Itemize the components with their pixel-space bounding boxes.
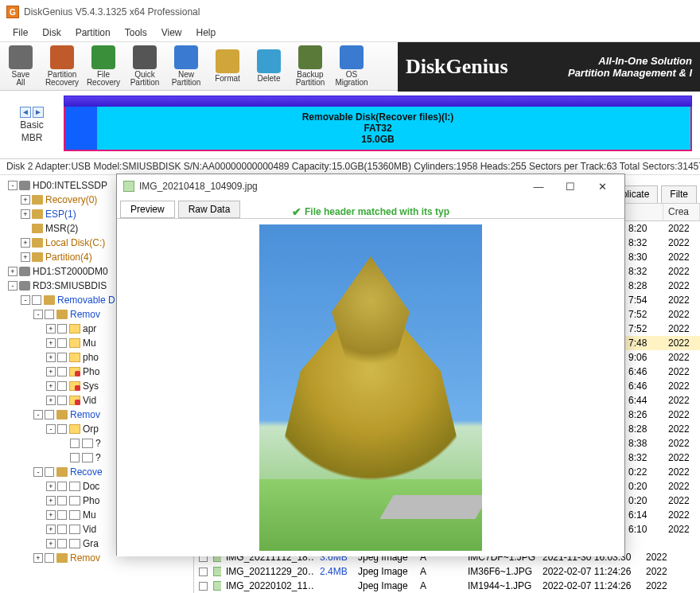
- menu-partition[interactable]: Partition: [69, 25, 117, 40]
- checkbox[interactable]: [57, 338, 67, 348]
- checkbox[interactable]: [199, 568, 208, 576]
- table-row[interactable]: IMG_20211229_20… 2.4MB Jpeg Image A IM36…: [194, 564, 700, 579]
- expand-icon[interactable]: +: [21, 195, 30, 205]
- toolbar-new-partition[interactable]: NewPartition: [165, 42, 207, 90]
- cell-time: 0:20: [624, 481, 663, 492]
- expand-icon[interactable]: -: [8, 181, 18, 190]
- expand-icon[interactable]: +: [46, 510, 56, 520]
- maximize-button[interactable]: ☐: [554, 178, 586, 195]
- expand-icon[interactable]: +: [21, 238, 30, 248]
- folder-icon: [69, 324, 80, 334]
- image-file-icon: [213, 567, 221, 576]
- tree-label: Vid: [83, 395, 96, 406]
- expand-icon[interactable]: +: [46, 353, 56, 362]
- expand-icon[interactable]: +: [46, 525, 56, 534]
- checkbox[interactable]: [57, 482, 67, 491]
- expand-icon[interactable]: +: [46, 381, 56, 391]
- expand-icon[interactable]: +: [46, 324, 56, 334]
- cell-created: 2022: [641, 552, 678, 563]
- checkbox[interactable]: [57, 510, 67, 520]
- checkbox[interactable]: [57, 424, 67, 434]
- tree-label: Removable D: [57, 295, 115, 306]
- checkbox[interactable]: [199, 582, 208, 591]
- banner: DiskGenius All-In-One Solution Partition…: [398, 42, 700, 92]
- expand-icon[interactable]: +: [46, 482, 56, 491]
- toolbar-format[interactable]: Format: [207, 42, 248, 90]
- tree-label: Local Disk(C:): [45, 237, 105, 248]
- partition-fs: FAT32: [364, 123, 391, 134]
- cell-created: 2022: [663, 223, 700, 234]
- titlebar: G DiskGenius V5.4.3.1325 x64 Professiona…: [0, 0, 700, 24]
- preview-image: [259, 224, 482, 551]
- table-row[interactable]: IMG_20220102_11… Jpeg Image A IM1944~1.J…: [194, 579, 700, 593]
- expand-icon[interactable]: +: [46, 338, 56, 348]
- expand-icon[interactable]: +: [21, 209, 30, 219]
- checkbox[interactable]: [70, 453, 80, 462]
- preview-tab-rawdata[interactable]: Raw Data: [178, 201, 241, 218]
- checkbox[interactable]: [57, 324, 67, 334]
- preview-body: [117, 219, 624, 556]
- toolbar-label: FileRecovery: [87, 71, 120, 87]
- toolbar-partition-recovery[interactable]: PartitionRecovery: [41, 42, 83, 90]
- preview-tab-preview[interactable]: Preview: [120, 201, 175, 218]
- expand-icon[interactable]: +: [46, 539, 56, 548]
- cell-time: 0:22: [624, 466, 663, 478]
- prev-disk-button[interactable]: ◄: [20, 107, 31, 118]
- tab-filter[interactable]: Filte: [661, 185, 697, 203]
- cell-type: Jpeg Image: [353, 580, 415, 591]
- checkbox[interactable]: [57, 496, 67, 505]
- part-icon: [56, 410, 68, 419]
- toolbar-backup-partition[interactable]: BackupPartition: [290, 42, 331, 90]
- checkbox[interactable]: [70, 439, 80, 448]
- toolbar-file-recovery[interactable]: FileRecovery: [83, 42, 124, 90]
- checkbox[interactable]: [57, 539, 67, 548]
- checkbox[interactable]: [45, 410, 54, 419]
- menu-file[interactable]: File: [6, 25, 34, 40]
- expand-icon[interactable]: +: [46, 367, 56, 376]
- checkbox[interactable]: [57, 367, 67, 376]
- checkbox[interactable]: [32, 295, 41, 305]
- minimize-button[interactable]: —: [523, 178, 554, 195]
- partition-box[interactable]: Removable Disk(Recover files)(I:) FAT32 …: [64, 107, 692, 151]
- expand-icon[interactable]: +: [21, 252, 30, 262]
- folder-icon: [69, 338, 80, 348]
- disk-info-line: Disk 2 Adapter:USB Model:SMIUSBDISK S/N:…: [0, 159, 700, 175]
- menu-disk[interactable]: Disk: [36, 25, 67, 40]
- expand-icon[interactable]: -: [8, 281, 18, 291]
- expand-icon[interactable]: +: [33, 553, 43, 563]
- cell-created: 2022: [663, 309, 700, 320]
- toolbar-os-migration[interactable]: OSMigration: [331, 42, 372, 90]
- menu-tools[interactable]: Tools: [119, 25, 154, 40]
- expand-icon[interactable]: -: [46, 424, 56, 434]
- cell-created: 2022: [663, 366, 700, 377]
- expand-icon[interactable]: +: [8, 267, 18, 276]
- checkbox[interactable]: [57, 353, 67, 362]
- expand-icon[interactable]: -: [21, 295, 30, 305]
- preview-titlebar[interactable]: IMG_20210418_104909.jpg — ☐ ✕: [117, 174, 624, 198]
- expand-icon[interactable]: +: [46, 396, 56, 405]
- expand-icon[interactable]: +: [46, 496, 56, 505]
- toolbar-quick-partition[interactable]: QuickPartition: [124, 42, 165, 90]
- cell-time: 6:46: [624, 380, 663, 392]
- expand-icon[interactable]: -: [33, 410, 43, 419]
- checkbox[interactable]: [57, 525, 67, 534]
- checkbox[interactable]: [57, 396, 67, 405]
- toolbar-delete[interactable]: Delete: [248, 42, 290, 90]
- close-button[interactable]: ✕: [586, 178, 618, 195]
- menu-help[interactable]: Help: [190, 25, 223, 40]
- checkbox[interactable]: [45, 467, 54, 477]
- expand-icon[interactable]: -: [33, 467, 43, 477]
- checkbox[interactable]: [45, 310, 54, 319]
- menu-view[interactable]: View: [155, 25, 189, 40]
- toolbar-icon: [340, 45, 364, 69]
- banner-logo: DiskGenius: [406, 55, 508, 79]
- toolbar-save-all[interactable]: SaveAll: [0, 42, 41, 90]
- tree-label: Remov: [70, 552, 100, 564]
- expand-icon[interactable]: -: [33, 310, 43, 319]
- cell-created: 2022: [663, 237, 700, 248]
- file-icon: [69, 496, 80, 505]
- checkbox[interactable]: [57, 381, 67, 391]
- checkbox[interactable]: [45, 553, 54, 563]
- col-created[interactable]: Crea: [663, 204, 700, 220]
- next-disk-button[interactable]: ►: [33, 107, 44, 118]
